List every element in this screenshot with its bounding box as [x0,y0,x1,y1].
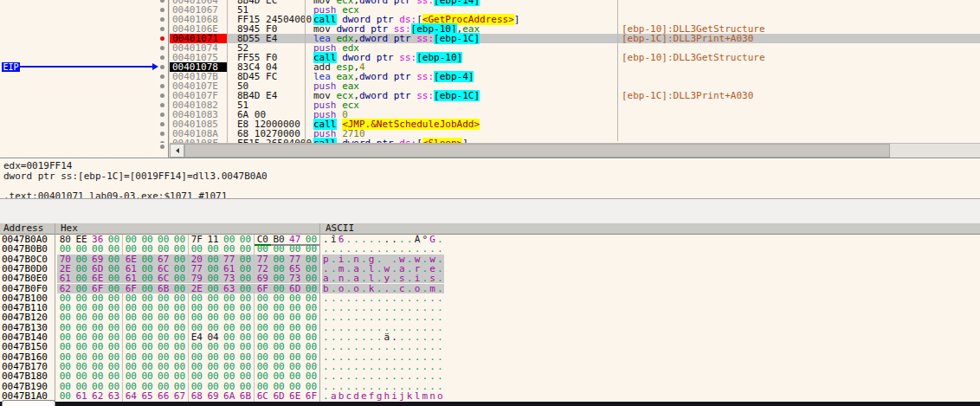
ascii-char: . [398,382,406,391]
ascii-char: . [338,371,345,381]
breakpoint-dot[interactable] [160,113,164,117]
ascii-char: . [368,382,376,391]
disasm-horizontal-scrollbar[interactable] [170,143,980,158]
hex-byte: 00 [303,371,319,381]
dump-ascii[interactable]: ................ [322,244,444,254]
hex-byte-group: 00000000 [189,342,255,351]
disasm-row[interactable]: 0040107F8B4D E4mov ecx,dword ptr ss:[ebp… [0,91,980,100]
breakpoint-dot[interactable] [160,65,164,69]
hex-byte: 00 [139,382,156,391]
breakpoint-dot[interactable] [160,145,164,149]
breakpoint-dot[interactable] [160,93,164,98]
disasm-row[interactable]: 00401068FF15 24504000call dword ptr ds:[… [0,15,980,24]
dump-ascii[interactable]: ................ [322,371,444,381]
dump-row[interactable]: 0047B0E061006E0061006C007900730069007300… [0,274,980,283]
ascii-char: . [360,382,368,391]
breakpoint-dot[interactable] [160,122,164,126]
ascii-char: . [322,313,330,322]
ascii-char: . [345,313,352,322]
breakpoint-dot[interactable] [160,17,164,22]
breakpoint-dot[interactable] [160,141,164,143]
disasm-row[interactable]: 00401085E8 12000000call <JMP.&NetSchedul… [0,119,980,129]
hex-byte: 00 [221,352,237,362]
disasm-row[interactable]: 00401075FF55 F0call dword ptr ss:[ebp-10… [0,53,980,62]
dump-hex-bytes[interactable]: 00000000000000000000000000000000 [57,313,320,322]
ascii-char: . [383,313,390,322]
ascii-char: . [429,371,436,381]
hex-byte: 63 [221,284,237,293]
hex-byte-group: 00000000 [255,244,319,254]
hex-byte-group: 00000000 [189,371,255,381]
disasm-row[interactable]: 0040106E8945 F0mov dword ptr ss:[ebp-10]… [0,24,980,34]
hex-byte: 00 [205,371,222,381]
ascii-char: . [383,371,390,381]
ascii-char: . [330,313,338,322]
dump-address: 0047B0F0 [2,284,52,293]
hex-byte: 6D [287,284,303,293]
scroll-left-button[interactable] [170,144,184,158]
hex-byte: 00 [221,313,237,322]
ascii-char: . [322,382,330,391]
hex-byte: 73 [287,274,303,283]
ascii-char: g [368,255,376,264]
ascii-char: . [345,274,352,283]
instruction-comment: [ebp-1C]:DLL3Print+A030 [622,34,753,43]
hex-byte: 00 [89,313,106,322]
hex-byte: 00 [287,244,303,254]
dump-row[interactable]: 0047B18000000000000000000000000000000000… [0,371,980,381]
dump-row[interactable]: 0047B0B000000000000000000000000000000000… [0,244,980,254]
dump-ascii[interactable]: a.n.a.l.y.s.i.s. [322,274,444,283]
tab-dump-1[interactable]: Dump 1 [2,400,55,406]
breakpoint-dot[interactable] [160,132,164,136]
dump-hex-bytes[interactable]: 00000000000000000000000000000000 [57,342,320,351]
hex-byte-group: 00000000 [255,371,319,381]
disasm-row[interactable]: 0040107452push edx [0,43,980,53]
hex-byte: 00 [271,255,287,264]
hex-byte: 00 [74,371,90,381]
dump-hex-bytes[interactable]: 00000000000000000000000000000000 [57,244,320,254]
column-separator [305,0,306,143]
ascii-char: . [360,352,368,362]
ascii-char: . [360,284,368,293]
disasm-row[interactable]: 0040107E50push eax [0,81,980,91]
hex-byte: 00 [255,313,271,322]
hex-byte: 00 [287,342,303,351]
scrollbar-thumb[interactable] [184,144,890,158]
ascii-char: . [322,352,330,362]
dump-row[interactable]: 0047B12000000000000000000000000000000000… [0,313,980,322]
breakpoint-dot[interactable] [160,27,164,31]
dump-ascii[interactable]: ................ [322,342,444,351]
breakpoint-dot[interactable] [160,103,164,107]
breakpoint-dot[interactable] [160,74,164,79]
hex-byte: 00 [106,382,122,391]
disasm-row[interactable]: 004010718D55 E4lea edx,dword ptr ss:[ebp… [0,34,980,43]
disasm-row[interactable]: 0040107B8D45 FClea eax,dword ptr ss:[ebp… [0,72,980,81]
ascii-char: . [436,371,444,381]
breakpoint-dot[interactable] [160,84,164,88]
disasm-row[interactable]: 004010836A 00push 0 [0,110,980,119]
hex-byte: 00 [303,284,319,293]
dump-ascii[interactable]: ................ [322,313,444,322]
ascii-char: . [421,244,429,254]
hex-byte-group: 00000000 [189,244,255,254]
dump-hex-bytes[interactable]: 00000000000000000000000000000000 [57,371,320,381]
breakpoint-dot[interactable] [160,8,164,12]
hex-byte: 00 [57,352,74,362]
hex-byte: 00 [237,274,254,283]
dump-row[interactable]: 0047B15000000000000000000000000000000000… [0,342,980,351]
ascii-char: . [436,352,444,362]
breakpoint-dot[interactable] [160,0,164,3]
disasm-row[interactable]: 0040108251push ecx [0,100,980,110]
breakpoint-dot[interactable] [160,55,164,60]
ascii-char: . [345,352,352,362]
hex-byte: 00 [155,244,171,254]
ascii-char: . [429,382,436,391]
hex-byte: 00 [123,244,139,254]
breakpoint-dot[interactable] [160,46,164,50]
breakpoint-dot-active[interactable] [160,36,164,41]
disasm-row[interactable]: 0040108A68 10270000push 2710 [0,129,980,139]
dump-hex-bytes[interactable]: 61006E0061006C007900730069007300 [57,274,320,283]
ascii-char: . [398,244,406,254]
ascii-char: . [338,382,345,391]
hex-byte: 6E [123,255,139,264]
